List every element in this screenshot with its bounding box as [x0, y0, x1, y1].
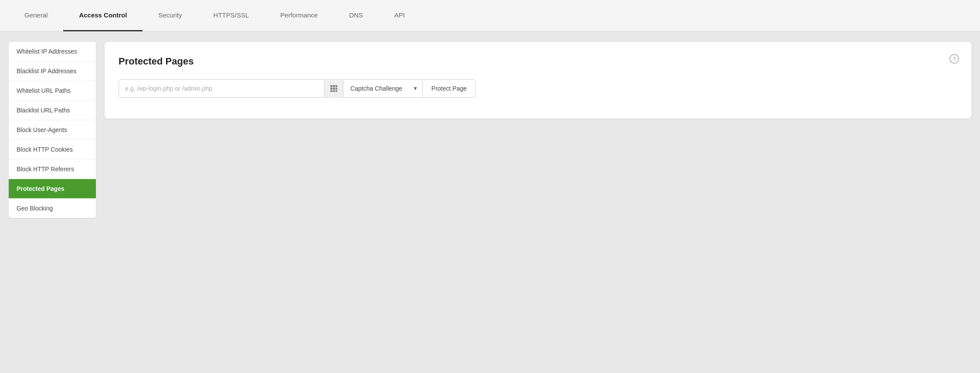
svg-rect-4 — [333, 88, 335, 90]
nav-item-https-ssl[interactable]: HTTPS/SSL — [198, 0, 265, 31]
sidebar-item-whitelist-url[interactable]: Whitelist URL Paths — [9, 81, 96, 101]
nav-item-general[interactable]: General — [9, 0, 63, 31]
input-grid-icon-button[interactable] — [324, 80, 343, 97]
challenge-select-wrapper: Captcha Challenge Password Protection Tw… — [343, 80, 422, 97]
sidebar-item-blacklist-url[interactable]: Blacklist URL Paths — [9, 101, 96, 120]
url-input-row: Captcha Challenge Password Protection Tw… — [119, 79, 476, 98]
svg-rect-0 — [330, 85, 332, 87]
nav-item-performance[interactable]: Performance — [264, 0, 333, 31]
nav-item-access-control[interactable]: Access Control — [63, 0, 142, 31]
sidebar: Whitelist IP Addresses Blacklist IP Addr… — [9, 42, 96, 363]
svg-rect-3 — [330, 88, 332, 90]
grid-icon — [330, 85, 338, 92]
sidebar-card: Whitelist IP Addresses Blacklist IP Addr… — [9, 42, 96, 218]
content-card: Protected Pages ? — [105, 42, 971, 119]
sidebar-item-block-user-agents[interactable]: Block User-Agents — [9, 120, 96, 140]
svg-rect-6 — [330, 90, 332, 92]
svg-rect-1 — [333, 85, 335, 87]
challenge-select[interactable]: Captcha Challenge Password Protection Tw… — [343, 80, 422, 97]
svg-rect-8 — [336, 90, 337, 92]
nav-item-api[interactable]: API — [379, 0, 420, 31]
sidebar-item-blacklist-ip[interactable]: Blacklist IP Addresses — [9, 61, 96, 81]
svg-rect-5 — [336, 88, 337, 90]
protect-page-button[interactable]: Protect Page — [422, 80, 475, 97]
sidebar-item-protected-pages[interactable]: Protected Pages — [9, 179, 96, 199]
content-area: Protected Pages ? — [105, 42, 971, 363]
sidebar-item-block-http-referers[interactable]: Block HTTP Referers — [9, 159, 96, 179]
sidebar-item-geo-blocking[interactable]: Geo Blocking — [9, 199, 96, 218]
top-nav: General Access Control Security HTTPS/SS… — [0, 0, 980, 31]
sidebar-item-block-http-cookies[interactable]: Block HTTP Cookies — [9, 140, 96, 159]
svg-rect-7 — [333, 90, 335, 92]
page-title: Protected Pages — [119, 56, 957, 67]
help-icon[interactable]: ? — [949, 54, 959, 64]
sidebar-item-whitelist-ip[interactable]: Whitelist IP Addresses — [9, 42, 96, 61]
url-input[interactable] — [119, 80, 324, 97]
nav-item-security[interactable]: Security — [142, 0, 197, 31]
svg-rect-2 — [336, 85, 337, 87]
nav-item-dns[interactable]: DNS — [333, 0, 379, 31]
main-layout: Whitelist IP Addresses Blacklist IP Addr… — [0, 31, 980, 373]
